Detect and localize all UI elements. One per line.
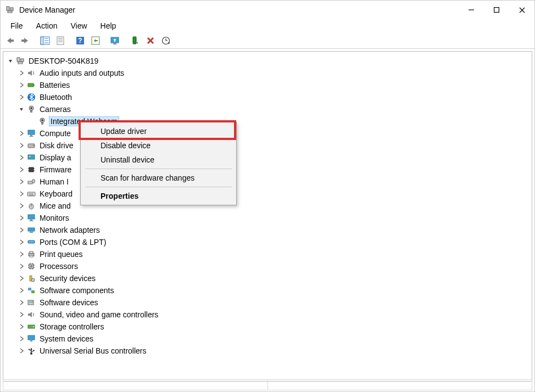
svg-rect-72 — [30, 255, 33, 257]
mouse-icon — [26, 201, 36, 211]
chevron-right-icon[interactable] — [18, 238, 25, 246]
svg-rect-86 — [31, 290, 35, 293]
tree-label: System devices — [40, 334, 93, 343]
chevron-right-icon[interactable] — [18, 214, 25, 222]
tree-audio[interactable]: Audio inputs and outputs — [16, 67, 530, 79]
chevron-right-icon[interactable] — [18, 81, 25, 89]
chevron-right-icon[interactable] — [18, 250, 25, 258]
chevron-right-icon[interactable] — [18, 226, 25, 234]
tree-batteries[interactable]: Batteries — [16, 79, 530, 91]
tree-root[interactable]: DESKTOP-504K819 — [5, 55, 530, 67]
svg-rect-63 — [29, 221, 34, 221]
tree-root-label: DESKTOP-504K819 — [29, 57, 98, 65]
tree-label: Software components — [40, 286, 114, 295]
minimize-button[interactable] — [459, 1, 484, 19]
svg-rect-52 — [28, 181, 32, 184]
uninstall-device-toolbar-button[interactable] — [143, 34, 158, 47]
chevron-right-icon[interactable] — [18, 93, 25, 101]
tree-sound[interactable]: Sound, video and game controllers — [16, 309, 530, 321]
svg-rect-62 — [30, 220, 32, 221]
chevron-right-icon[interactable] — [18, 142, 25, 149]
svg-rect-58 — [29, 195, 34, 196]
chevron-right-icon[interactable] — [18, 154, 25, 161]
chevron-right-icon[interactable] — [18, 178, 25, 186]
svg-rect-28 — [21, 59, 24, 61]
svg-point-67 — [29, 242, 30, 243]
context-update-driver[interactable]: Update driver — [81, 124, 236, 138]
tree-usb[interactable]: Universal Serial Bus controllers — [16, 345, 530, 357]
help-toolbar-button[interactable]: ? — [73, 34, 87, 47]
chevron-right-icon[interactable] — [18, 299, 25, 306]
context-disable-device[interactable]: Disable device — [81, 138, 236, 153]
tree-cameras[interactable]: Cameras — [16, 103, 530, 115]
maximize-button[interactable] — [484, 1, 509, 19]
context-menu: Update driver Disable device Uninstall d… — [80, 122, 237, 205]
keyboard-icon — [26, 189, 36, 199]
tree-label: Sound, video and game controllers — [40, 310, 158, 319]
menu-file[interactable]: File — [4, 20, 30, 31]
svg-rect-10 — [41, 37, 43, 44]
printer-icon — [26, 249, 36, 259]
chevron-right-icon[interactable] — [18, 287, 25, 294]
tree-system[interactable]: System devices — [16, 333, 530, 345]
svg-rect-2 — [8, 11, 12, 13]
tree-processors[interactable]: Processors — [16, 260, 530, 272]
chevron-right-icon[interactable] — [18, 311, 25, 318]
chevron-right-icon[interactable] — [18, 335, 25, 343]
context-properties[interactable]: Properties — [81, 189, 236, 203]
chevron-right-icon[interactable] — [18, 130, 25, 137]
menu-action[interactable]: Action — [30, 20, 64, 31]
svg-rect-45 — [29, 156, 31, 157]
context-uninstall-device[interactable]: Uninstall device — [81, 153, 236, 167]
battery-icon — [26, 80, 36, 90]
tree-swdev[interactable]: Software devices — [16, 296, 530, 309]
svg-point-69 — [32, 242, 34, 243]
svg-rect-8 — [21, 40, 25, 42]
chevron-right-icon[interactable] — [18, 323, 25, 331]
svg-rect-4 — [494, 8, 499, 13]
chevron-down-icon[interactable] — [7, 57, 14, 65]
tree-bluetooth[interactable]: Bluetooth — [16, 91, 530, 103]
tree-storage[interactable]: Storage controllers — [16, 321, 530, 333]
context-separator — [85, 187, 232, 187]
tree-label: Compute — [40, 129, 71, 138]
svg-point-99 — [33, 350, 34, 351]
svg-rect-55 — [29, 193, 30, 194]
security-icon — [26, 273, 36, 283]
status-pane — [268, 380, 532, 390]
nav-back-button[interactable] — [3, 34, 17, 47]
toolbar: ? — [1, 32, 534, 49]
menu-help[interactable]: Help — [94, 20, 123, 31]
chevron-right-icon[interactable] — [18, 190, 25, 198]
tree-network[interactable]: Network adapters — [16, 224, 530, 236]
svg-rect-61 — [28, 215, 35, 219]
chevron-right-icon[interactable] — [18, 262, 25, 270]
action-toolbar-button[interactable] — [88, 34, 103, 47]
svg-text:?: ? — [78, 37, 82, 44]
chevron-right-icon[interactable] — [18, 69, 25, 77]
sound-icon — [26, 310, 36, 320]
chevron-right-icon[interactable] — [18, 166, 25, 173]
close-button[interactable] — [509, 1, 534, 19]
tree-ports[interactable]: Ports (COM & LPT) — [16, 236, 530, 248]
svg-rect-88 — [29, 301, 31, 303]
svg-rect-64 — [28, 228, 35, 231]
tree-printq[interactable]: Print queues — [16, 248, 530, 260]
tree-security[interactable]: Security devices — [16, 272, 530, 284]
show-hide-tree-button[interactable] — [38, 34, 52, 47]
tree-monitors[interactable]: Monitors — [16, 212, 530, 224]
chevron-down-icon[interactable] — [18, 105, 25, 113]
chevron-right-icon[interactable] — [18, 202, 25, 210]
context-scan-hardware[interactable]: Scan for hardware changes — [81, 171, 236, 185]
nav-forward-button[interactable] — [18, 34, 32, 47]
tree-label: Mice and — [40, 201, 71, 210]
properties-button[interactable] — [53, 34, 68, 47]
svg-rect-71 — [30, 251, 33, 253]
chevron-right-icon[interactable] — [18, 275, 25, 282]
chevron-right-icon[interactable] — [18, 347, 25, 355]
update-driver-toolbar-button[interactable] — [108, 34, 122, 47]
enable-device-toolbar-button[interactable] — [128, 34, 142, 47]
tree-swcomp[interactable]: Software components — [16, 284, 530, 296]
menu-view[interactable]: View — [64, 20, 93, 31]
scan-hardware-toolbar-button[interactable] — [159, 34, 173, 47]
